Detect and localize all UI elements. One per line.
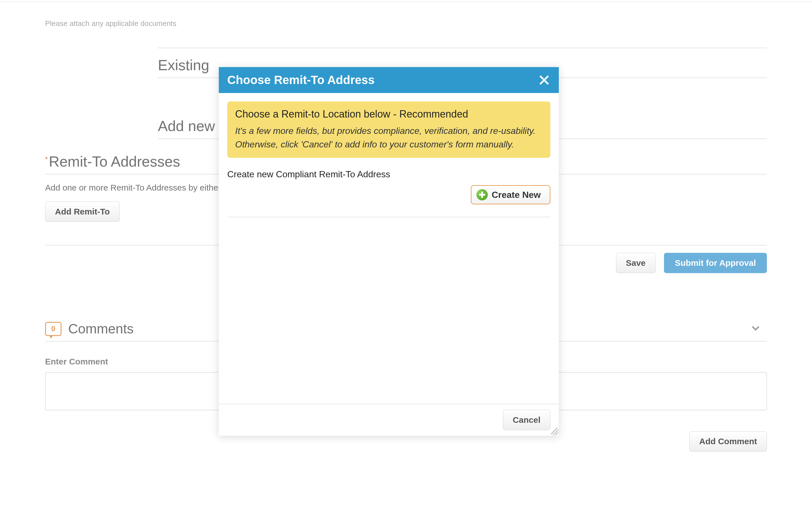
attach-documents-hint: Please attach any applicable documents — [45, 19, 767, 28]
add-comment-button[interactable]: Add Comment — [689, 431, 767, 451]
modal-title: Choose Remit-To Address — [227, 73, 375, 87]
recommendation-body: It's a few more fields, but provides com… — [235, 124, 542, 151]
modal-header: Choose Remit-To Address — [219, 67, 559, 93]
comments-count: 0 — [51, 324, 55, 333]
comments-count-badge: 0 — [45, 322, 61, 336]
create-new-button-label: Create New — [492, 190, 541, 200]
plus-icon — [476, 189, 488, 200]
chevron-down-icon[interactable] — [750, 323, 761, 335]
modal-body: Choose a Remit-to Location below - Recom… — [219, 93, 559, 404]
recommendation-banner: Choose a Remit-to Location below - Recom… — [227, 101, 550, 158]
create-new-button[interactable]: Create New — [471, 185, 550, 204]
create-new-label: Create new Compliant Remit-To Address — [227, 169, 550, 180]
required-indicator: * — [45, 155, 48, 163]
add-remit-to-button[interactable]: Add Remit-To — [45, 202, 120, 222]
modal-footer: Cancel — [219, 404, 559, 436]
save-button[interactable]: Save — [616, 253, 655, 273]
choose-remit-to-modal: Choose Remit-To Address Choose a Remit-t… — [219, 67, 559, 436]
close-icon[interactable] — [538, 74, 550, 86]
resize-handle-icon[interactable] — [551, 428, 558, 435]
submit-for-approval-button[interactable]: Submit for Approval — [664, 253, 767, 273]
recommendation-heading: Choose a Remit-to Location below - Recom… — [235, 108, 542, 120]
create-new-row: Create new Compliant Remit-To Address Cr… — [227, 169, 550, 217]
remit-to-addresses-title-text: Remit-To Addresses — [49, 153, 180, 170]
cancel-button[interactable]: Cancel — [503, 410, 550, 430]
comments-title: Comments — [68, 321, 134, 337]
